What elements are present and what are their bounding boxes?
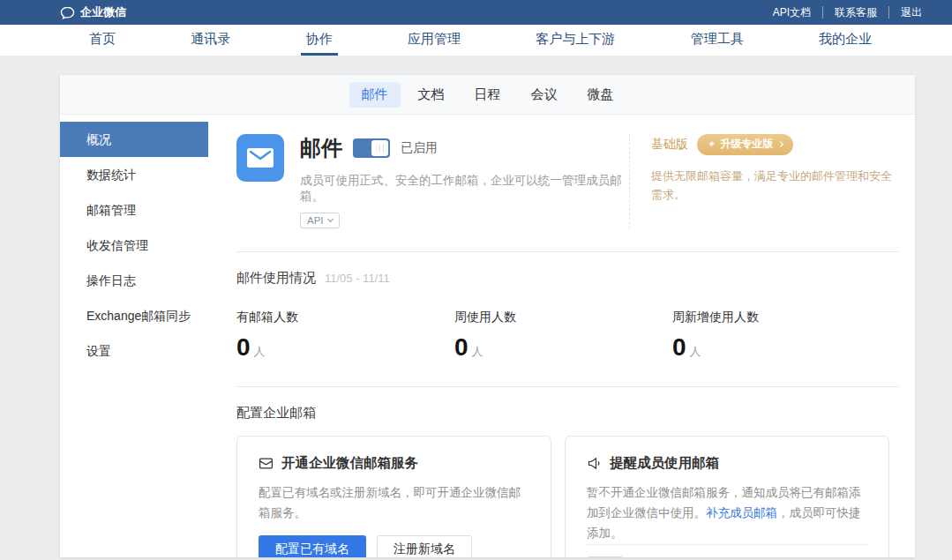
wecom-logo[interactable]: 企业微信	[60, 4, 126, 20]
sidebar-item-statistics[interactable]: 数据统计	[60, 157, 208, 192]
usage-date-range: 11/05 - 11/11	[325, 272, 390, 285]
logo-text: 企业微信	[80, 4, 126, 20]
stat-weekly-active-users: 周使用人数 0 人	[454, 310, 672, 362]
mail-enabled-toggle[interactable]	[353, 138, 390, 158]
nav-tab-my-company[interactable]: 我的企业	[813, 25, 877, 56]
sidebar-item-send-receive-management[interactable]: 收发信管理	[60, 228, 208, 263]
nav-tab-app-management[interactable]: 应用管理	[402, 25, 466, 56]
stat-unit: 人	[690, 344, 701, 360]
stat-value: 0	[236, 333, 251, 362]
subtab-drive[interactable]: 微盘	[575, 82, 626, 108]
envelope-icon	[247, 147, 274, 168]
nav-tab-collaboration[interactable]: 协作	[301, 25, 338, 56]
stat-label: 周使用人数	[454, 310, 672, 325]
topbar: 企业微信 API文档 联系客服 退出	[0, 0, 952, 25]
mail-usage-section: 邮件使用情况 11/05 - 11/11 有邮箱人数 0 人	[236, 252, 898, 387]
remind-members-card: 提醒成员使用邮箱 暂不开通企业微信邮箱服务，通知成员将已有邮箱添加到企业微信中使…	[565, 436, 889, 557]
sidebar-item-mailbox-management[interactable]: 邮箱管理	[60, 192, 208, 228]
content-panel: 邮件 文档 日程 会议 微盘 概况 数据统计 邮箱管理 收发信管理 操作日志 E…	[60, 75, 915, 557]
stat-label: 周新增使用人数	[672, 310, 890, 325]
sidebar-item-exchange-sync[interactable]: Exchange邮箱同步	[60, 298, 208, 333]
subtab-schedule[interactable]: 日程	[462, 82, 513, 108]
stat-unit: 人	[472, 344, 483, 360]
config-section-title: 配置企业邮箱	[236, 405, 898, 422]
sidebar-item-overview[interactable]: 概况	[60, 122, 208, 157]
enabled-status-label: 已启用	[401, 140, 438, 156]
mail-app-description: 成员可使用正式、安全的工作邮箱，企业可以统一管理成员邮箱。	[300, 173, 629, 205]
collaboration-subtabs: 邮件 文档 日程 会议 微盘	[60, 75, 915, 115]
mail-app-icon	[236, 134, 284, 182]
wecom-admin-screen: 企业微信 API文档 联系客服 退出 首页 通讯录 协作 应用管理 客户与上下游…	[0, 0, 952, 560]
sidebar-item-operation-logs[interactable]: 操作日志	[60, 263, 208, 298]
mail-app-header: 邮件 已启用 成员可使用正式、安全的工作邮箱，企业可以统一管理成员邮箱。 API	[236, 115, 898, 252]
sidebar: 概况 数据统计 邮箱管理 收发信管理 操作日志 Exchange邮箱同步 设置	[60, 115, 208, 557]
envelope-outline-icon	[259, 456, 274, 471]
register-new-domain-button[interactable]: 注册新域名	[377, 535, 472, 557]
chevron-down-icon	[327, 216, 334, 222]
api-dropdown-tag[interactable]: API	[300, 213, 340, 228]
card-title: 开通企业微信邮箱服务	[281, 454, 418, 473]
nav-tab-home[interactable]: 首页	[84, 25, 121, 56]
supplement-member-mailbox-link[interactable]: 补充成员邮箱	[706, 506, 777, 519]
card-description: 配置已有域名或注册新域名，即可开通企业微信邮箱服务。	[259, 483, 529, 524]
stat-weekly-new-users: 周新增使用人数 0 人	[672, 310, 890, 362]
card-description: 暂不开通企业微信邮箱服务，通知成员将已有邮箱添加到企业微信中使用。补充成员邮箱，…	[587, 483, 867, 544]
toggle-knob	[371, 140, 388, 156]
subtab-mail[interactable]: 邮件	[349, 82, 401, 108]
stat-label: 有邮箱人数	[236, 310, 454, 325]
configure-existing-domain-button[interactable]: 配置已有域名	[259, 535, 366, 557]
pro-star-icon: ✦	[708, 139, 716, 149]
usage-section-title: 邮件使用情况	[236, 270, 316, 287]
page-title: 邮件	[300, 134, 342, 162]
page-background: 邮件 文档 日程 会议 微盘 概况 数据统计 邮箱管理 收发信管理 操作日志 E…	[0, 56, 952, 557]
nav-tab-admin-tools[interactable]: 管理工具	[686, 25, 749, 56]
subtab-docs[interactable]: 文档	[406, 82, 457, 108]
open-mail-service-card: 开通企业微信邮箱服务 配置已有域名或注册新域名，即可开通企业微信邮箱服务。 配置…	[236, 436, 551, 557]
mail-app-summary: 邮件 已启用 成员可使用正式、安全的工作邮箱，企业可以统一管理成员邮箱。 API	[236, 134, 629, 228]
upgrade-pro-label: 升级专业版	[720, 137, 773, 152]
edition-panel: 基础版 ✦ 升级专业版 提供无限邮箱容量，满足专业的邮件管理和安全需求。	[629, 134, 898, 228]
api-tag-label: API	[307, 215, 324, 226]
main-content: 邮件 已启用 成员可使用正式、安全的工作邮箱，企业可以统一管理成员邮箱。 API	[208, 115, 915, 557]
stat-unit: 人	[254, 344, 266, 360]
nav-tab-customers-updownstream[interactable]: 客户与上下游	[530, 25, 620, 56]
remind-members-toggle[interactable]	[587, 556, 624, 557]
megaphone-icon	[587, 456, 602, 471]
chevron-right-icon	[777, 141, 783, 147]
main-nav: 首页 通讯录 协作 应用管理 客户与上下游 管理工具 我的企业	[0, 25, 952, 56]
stat-value: 0	[454, 333, 469, 362]
chat-bubble-icon	[60, 6, 75, 19]
topbar-link-api-docs[interactable]: API文档	[761, 6, 822, 19]
subtab-meeting[interactable]: 会议	[519, 82, 570, 108]
stat-value: 0	[672, 333, 686, 362]
configure-mailbox-section: 配置企业邮箱 开通企	[236, 387, 898, 557]
card-title: 提醒成员使用邮箱	[610, 454, 719, 473]
topbar-link-contact-support[interactable]: 联系客服	[822, 6, 888, 19]
edition-badge: 基础版	[651, 137, 688, 153]
stat-mailbox-users: 有邮箱人数 0 人	[236, 310, 454, 362]
edition-description: 提供无限邮箱容量，满足专业的邮件管理和安全需求。	[651, 167, 898, 205]
topbar-links: API文档 联系客服 退出	[761, 6, 926, 19]
sidebar-item-settings[interactable]: 设置	[60, 333, 208, 369]
upgrade-pro-button[interactable]: ✦ 升级专业版	[697, 134, 793, 155]
nav-tab-contacts[interactable]: 通讯录	[185, 25, 236, 56]
topbar-link-logout[interactable]: 退出	[888, 6, 926, 19]
